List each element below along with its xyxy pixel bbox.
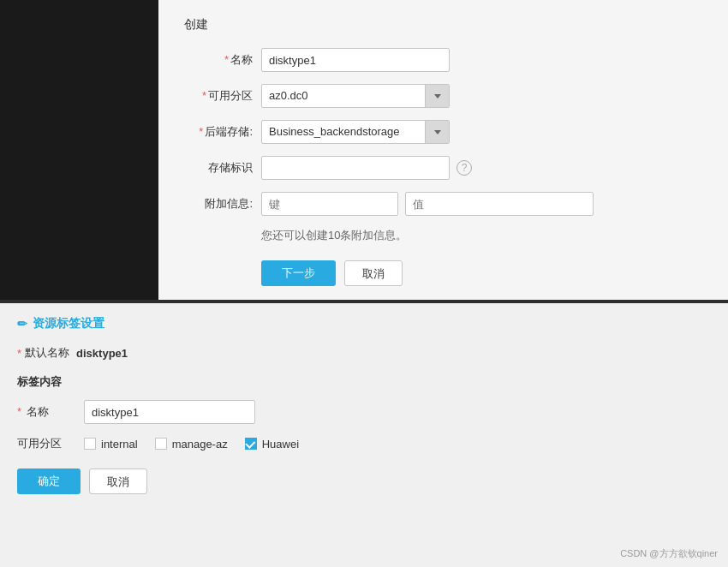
- checkbox-internal-box[interactable]: [84, 438, 96, 450]
- info-hint-text: 您还可以创建10条附加信息。: [261, 228, 702, 243]
- top-cancel-button[interactable]: 取消: [344, 260, 403, 286]
- bottom-name-required-star: *: [17, 405, 21, 418]
- backend-select-value: Business_backendstorage: [262, 120, 425, 144]
- create-form-panel: 创建 *名称 *可用分区 az0.dc0 *后端存储:: [158, 0, 728, 300]
- storage-id-input[interactable]: [261, 156, 450, 180]
- bottom-name-row: * 名称: [17, 400, 711, 424]
- pencil-icon: ✏: [17, 317, 27, 331]
- next-button[interactable]: 下一步: [261, 260, 336, 286]
- az-row: *可用分区 az0.dc0: [184, 84, 702, 108]
- checkbox-internal-label: internal: [101, 438, 138, 451]
- checkbox-manage-az[interactable]: manage-az: [155, 438, 228, 451]
- checkbox-huawei-box[interactable]: [245, 438, 257, 450]
- key-input[interactable]: [261, 192, 398, 216]
- name-input[interactable]: [261, 48, 450, 72]
- default-name-row: * 默认名称 disktype1: [17, 345, 711, 361]
- bottom-name-label: * 名称: [17, 404, 77, 420]
- backend-arrow-down-icon: [434, 130, 441, 134]
- form-title: 创建: [184, 17, 702, 33]
- section-title: ✏ 资源标签设置: [17, 316, 711, 331]
- storage-id-row: 存储标识 ?: [184, 156, 702, 180]
- checkbox-huawei[interactable]: Huawei: [245, 438, 299, 451]
- confirm-button[interactable]: 确定: [17, 469, 81, 494]
- bottom-az-label: 可用分区: [17, 436, 77, 451]
- bottom-cancel-button[interactable]: 取消: [89, 469, 147, 494]
- bottom-name-input[interactable]: [84, 400, 255, 424]
- default-name-value: disktype1: [76, 347, 128, 360]
- az-checkbox-row: 可用分区 internal manage-az Huawei: [17, 436, 711, 451]
- checkbox-group: internal manage-az Huawei: [84, 438, 299, 451]
- watermark: CSDN @方方欲钦qiner: [620, 547, 718, 560]
- name-required-star: *: [224, 53, 229, 66]
- default-name-required-star: *: [17, 347, 21, 360]
- tag-content-label: 标签内容: [17, 374, 711, 390]
- backend-row: *后端存储: Business_backendstorage: [184, 120, 702, 144]
- extra-info-label: 附加信息:: [184, 196, 253, 212]
- name-label: *名称: [184, 52, 253, 68]
- top-button-row: 下一步 取消: [261, 260, 702, 286]
- bottom-button-row: 确定 取消: [17, 469, 711, 494]
- default-name-label: 默认名称: [25, 345, 69, 361]
- help-icon[interactable]: ?: [456, 160, 472, 176]
- value-input[interactable]: [405, 192, 594, 216]
- left-panel: [0, 0, 158, 300]
- extra-info-row: 附加信息:: [184, 192, 702, 216]
- az-required-star: *: [202, 89, 206, 102]
- backend-label: *后端存储:: [184, 124, 253, 140]
- checkbox-internal[interactable]: internal: [84, 438, 138, 451]
- az-label: *可用分区: [184, 88, 253, 104]
- az-select-arrow[interactable]: [425, 85, 449, 107]
- name-row: *名称: [184, 48, 702, 72]
- storage-id-label: 存储标识: [184, 160, 253, 176]
- backend-select-arrow[interactable]: [425, 121, 449, 143]
- arrow-down-icon: [434, 94, 441, 98]
- az-select-value: az0.dc0: [262, 84, 425, 108]
- backend-required-star: *: [199, 125, 203, 138]
- checkbox-manage-az-box[interactable]: [155, 438, 167, 450]
- bottom-section: ✏ 资源标签设置 * 默认名称 disktype1 标签内容 * 名称 可用分区…: [0, 303, 728, 567]
- backend-select[interactable]: Business_backendstorage: [261, 120, 450, 144]
- checkbox-huawei-label: Huawei: [262, 438, 299, 451]
- az-select[interactable]: az0.dc0: [261, 84, 450, 108]
- checkbox-manage-az-label: manage-az: [172, 438, 228, 451]
